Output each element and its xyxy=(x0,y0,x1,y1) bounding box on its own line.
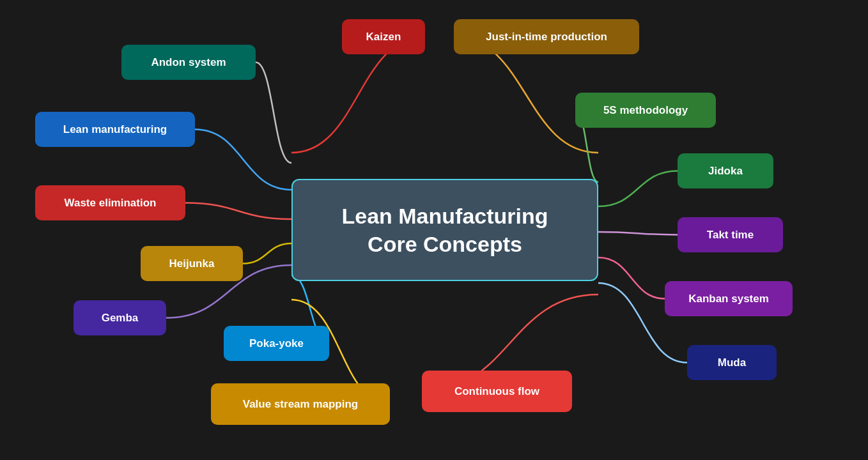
node-5s[interactable]: 5S methodology xyxy=(575,93,716,128)
connection-jidoka xyxy=(598,171,678,207)
connection-andon xyxy=(256,63,291,164)
mind-map: Lean ManufacturingCore ConceptsKaizenJus… xyxy=(0,0,868,460)
node-poka-yoke[interactable]: Poka-yoke xyxy=(224,326,329,361)
node-just-in-time[interactable]: Just-in-time production xyxy=(454,19,639,54)
center-node[interactable]: Lean ManufacturingCore Concepts xyxy=(291,179,598,281)
node-value-stream[interactable]: Value stream mapping xyxy=(211,383,390,425)
node-heijunka[interactable]: Heijunka xyxy=(141,246,243,281)
connection-takt-time xyxy=(598,232,678,235)
node-continuous-flow[interactable]: Continuous flow xyxy=(422,371,572,412)
node-andon[interactable]: Andon system xyxy=(121,45,256,80)
node-takt-time[interactable]: Takt time xyxy=(678,217,783,252)
connection-kanban xyxy=(598,257,665,299)
node-kaizen[interactable]: Kaizen xyxy=(342,19,425,54)
connection-heijunka xyxy=(243,243,291,264)
node-kanban[interactable]: Kanban system xyxy=(665,281,793,316)
connection-waste-elim xyxy=(185,203,291,220)
node-waste-elim[interactable]: Waste elimination xyxy=(35,185,185,220)
connection-lean-mfg xyxy=(195,130,291,190)
node-gemba[interactable]: Gemba xyxy=(74,300,166,335)
node-jidoka[interactable]: Jidoka xyxy=(678,153,773,188)
node-muda[interactable]: Muda xyxy=(687,345,777,380)
node-lean-mfg[interactable]: Lean manufacturing xyxy=(35,112,195,147)
